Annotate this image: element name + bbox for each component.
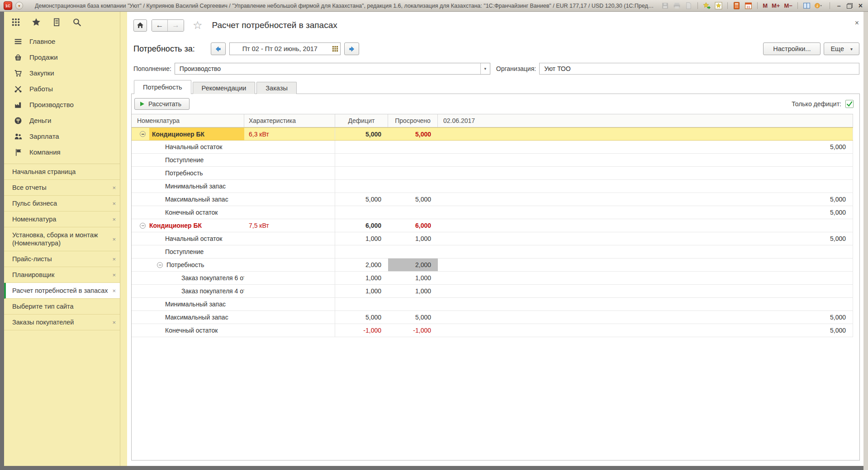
table-row[interactable]: Максимальный запас5,0005,0005,000 [132, 193, 853, 206]
save-icon[interactable] [661, 2, 669, 10]
cell-date[interactable] [438, 167, 853, 179]
form-close-button[interactable]: × [855, 19, 859, 27]
table-row[interactable]: Начальный остаток1,0001,0005,000 [132, 232, 853, 245]
cell-date[interactable]: 5,000 [438, 193, 853, 206]
cell-overdue[interactable]: 5,000 [388, 128, 438, 140]
table-row[interactable]: Кондиционер БК6,3 кВт5,0005,000 [132, 127, 853, 141]
table-row[interactable]: Поступление [132, 245, 853, 258]
cell-date[interactable] [438, 180, 853, 193]
sidebar-item-salary[interactable]: Зарплата [4, 128, 120, 144]
close-icon[interactable]: × [112, 271, 116, 279]
cell-date[interactable]: 5,000 [438, 324, 853, 337]
sidebar-window-tab[interactable]: Прайс-листы× [4, 251, 120, 267]
sidebar-window-tab[interactable]: Номенклатура× [4, 212, 120, 227]
cell-nomenclature[interactable]: Заказ покупателя 6 от 1... [132, 272, 244, 284]
replenishment-combo[interactable]: Производство ▾ [175, 63, 490, 75]
cell-characteristic[interactable] [244, 141, 335, 153]
cell-characteristic[interactable] [244, 258, 335, 271]
table-row[interactable]: Кондиционер БК7,5 кВт6,0006,000 [132, 219, 853, 232]
cell-deficit[interactable]: 6,000 [335, 219, 388, 232]
cell-characteristic[interactable] [244, 193, 335, 206]
tab-Заказы[interactable]: Заказы [256, 82, 296, 94]
sidebar-window-tab[interactable]: Заказы покупателей× [4, 315, 120, 330]
home-button[interactable] [133, 19, 147, 32]
search-icon[interactable] [72, 18, 81, 27]
memory-button[interactable]: M [762, 2, 768, 10]
sidebar-window-tab[interactable]: Пульс бизнеса× [4, 196, 120, 212]
cell-nomenclature[interactable]: Кондиционер БК [132, 128, 244, 140]
tab-Потребность[interactable]: Потребность [134, 80, 191, 94]
organization-field[interactable]: Уют ТОО [539, 63, 859, 75]
sidebar-window-tab[interactable]: Установка, сборка и монтаж (Номенклатура… [4, 227, 120, 251]
chevron-down-icon[interactable]: ▾ [480, 63, 490, 74]
cell-overdue[interactable] [388, 206, 438, 219]
memory-plus-button[interactable]: M+ [771, 2, 780, 10]
table-row[interactable]: Потребность2,0002,000 [132, 258, 853, 272]
cell-date[interactable] [438, 219, 853, 232]
table-row[interactable]: Минимальный запас [132, 180, 853, 193]
history-icon[interactable] [52, 18, 61, 27]
calculate-button[interactable]: Рассчитать [134, 98, 190, 110]
cell-nomenclature[interactable]: Конечный остаток [132, 324, 244, 337]
table-row[interactable]: Максимальный запас5,0005,0005,000 [132, 311, 853, 324]
cell-nomenclature[interactable]: Кондиционер БК [132, 219, 244, 232]
favorite-star-icon[interactable]: ☆ [193, 20, 203, 31]
info-icon[interactable]: i [814, 2, 823, 10]
next-period-button[interactable] [344, 42, 359, 55]
table-row[interactable]: Минимальный запас [132, 298, 853, 311]
sidebar-window-tab[interactable]: Все отчеты× [4, 180, 120, 196]
cell-characteristic[interactable] [244, 167, 335, 179]
favorites-star-icon[interactable] [32, 18, 41, 27]
table-row[interactable]: Заказ покупателя 4 от 0...1,0001,000 [132, 285, 853, 298]
cell-overdue[interactable] [388, 298, 438, 310]
cell-overdue[interactable]: 5,000 [388, 311, 438, 324]
cell-nomenclature[interactable]: Конечный остаток [132, 206, 244, 219]
cell-characteristic[interactable] [244, 206, 335, 219]
cell-overdue[interactable]: -1,000 [388, 324, 438, 337]
cell-deficit[interactable] [335, 180, 388, 193]
cell-deficit[interactable]: 5,000 [335, 311, 388, 324]
close-icon[interactable]: × [112, 216, 116, 224]
calendar-picker-icon[interactable] [330, 46, 340, 52]
cell-characteristic[interactable] [244, 298, 335, 310]
cell-characteristic[interactable] [244, 154, 335, 166]
sidebar-item-production[interactable]: Производство [4, 97, 120, 113]
apps-grid-icon[interactable] [11, 18, 20, 27]
sidebar-item-purchases[interactable]: Закупки [4, 65, 120, 81]
memory-minus-button[interactable]: M− [783, 2, 792, 10]
sidebar-item-works[interactable]: Работы [4, 81, 120, 97]
cell-characteristic[interactable] [244, 285, 335, 297]
cell-date[interactable]: 5,000 [438, 206, 853, 219]
cell-overdue[interactable] [388, 154, 438, 166]
cell-nomenclature[interactable]: Минимальный запас [132, 180, 244, 193]
cell-date[interactable] [438, 154, 853, 166]
cell-deficit[interactable] [335, 245, 388, 258]
collapse-icon[interactable] [140, 131, 146, 137]
sidebar-item-sales[interactable]: Продажи [4, 49, 120, 65]
cell-nomenclature[interactable]: Минимальный запас [132, 298, 244, 310]
cell-date[interactable] [438, 272, 853, 284]
tab-Рекомендации[interactable]: Рекомендации [193, 82, 256, 94]
cell-characteristic[interactable] [244, 232, 335, 245]
cell-date[interactable] [438, 258, 853, 271]
favorites-icon[interactable] [714, 2, 723, 10]
new-document-icon[interactable] [684, 2, 693, 10]
cell-deficit[interactable] [335, 154, 388, 166]
table-row[interactable]: Конечный остаток-1,000-1,0005,000 [132, 324, 853, 337]
cell-characteristic[interactable]: 6,3 кВт [244, 128, 335, 140]
cell-overdue[interactable]: 6,000 [388, 219, 438, 232]
split-window-icon[interactable] [802, 2, 811, 10]
sidebar-window-tab[interactable]: Расчет потребностей в запасах× [4, 283, 120, 299]
cell-date[interactable]: 5,000 [438, 232, 853, 245]
close-icon[interactable]: × [112, 235, 116, 244]
print-icon[interactable] [673, 2, 681, 10]
cell-deficit[interactable] [335, 298, 388, 310]
cell-nomenclature[interactable]: Потребность [132, 258, 244, 271]
close-icon[interactable]: × [112, 200, 116, 208]
only-deficit-checkbox[interactable] [845, 100, 854, 108]
cell-nomenclature[interactable]: Максимальный запас [132, 311, 244, 324]
cell-nomenclature[interactable]: Поступление [132, 245, 244, 258]
cell-overdue[interactable]: 1,000 [388, 232, 438, 245]
back-button[interactable]: ← [152, 20, 168, 31]
sidebar-window-tab[interactable]: Выберите тип сайта [4, 299, 120, 315]
